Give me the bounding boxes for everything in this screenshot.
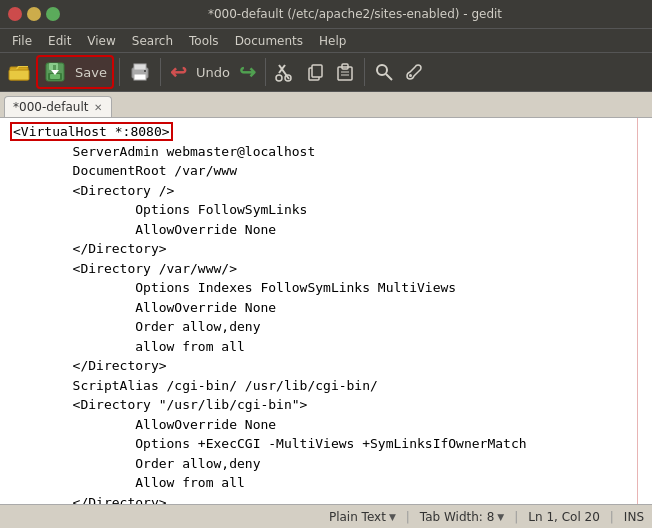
window-controls[interactable] (8, 7, 60, 21)
toolbar-separator-4 (364, 58, 365, 86)
editor-line-18: AllowOverride None (10, 415, 642, 435)
search-button[interactable] (370, 59, 398, 85)
redo-icon: ↪ (239, 60, 256, 84)
statusbar: Plain Text ▼ | Tab Width: 8 ▼ | Ln 1, Co… (0, 504, 652, 528)
svg-point-14 (276, 75, 282, 81)
editor-line-20: Order allow,deny (10, 454, 642, 474)
editor-line-5: <Directory /> (10, 181, 642, 201)
save-label: Save (72, 65, 110, 80)
editor-line-2: ServerAdmin webmaster@localhost (10, 142, 642, 162)
tools-icon (404, 62, 424, 82)
undo-icon: ↩ (170, 60, 187, 84)
tab-width-selector[interactable]: Tab Width: 8 ▼ (420, 510, 504, 524)
paste-button[interactable] (331, 59, 359, 85)
open-button[interactable] (4, 58, 34, 86)
tabbar: *000-default ✕ (0, 92, 652, 118)
editor-line-4: DocumentRoot /var/www (10, 161, 642, 181)
editor-line-7: AllowOverride None (10, 220, 642, 240)
editor-line-17: <Directory "/usr/lib/cgi-bin"> (10, 395, 642, 415)
save-button[interactable] (40, 58, 70, 86)
close-button[interactable] (8, 7, 22, 21)
language-selector[interactable]: Plain Text ▼ (329, 510, 396, 524)
editor-line-16: ScriptAlias /cgi-bin/ /usr/lib/cgi-bin/ (10, 376, 642, 396)
svg-rect-7 (53, 65, 56, 70)
undo-label: Undo (193, 65, 233, 80)
editor-line-13: allow from all (10, 337, 642, 357)
svg-rect-9 (134, 64, 146, 70)
editor-line-22: </Directory> (10, 493, 642, 505)
editor-line-14: </Directory> (10, 356, 642, 376)
editor-line-1: <VirtualHost *:8080> (10, 122, 642, 142)
menu-help[interactable]: Help (311, 32, 354, 50)
copy-icon (305, 62, 325, 82)
tab-label: *000-default (13, 100, 88, 114)
editor-line-6: Options FollowSymLinks (10, 200, 642, 220)
editor-line-19: Options +ExecCGI -MultiViews +SymLinksIf… (10, 434, 642, 454)
editor-line-8: </Directory> (10, 239, 642, 259)
menu-documents[interactable]: Documents (227, 32, 311, 50)
insert-mode: INS (624, 510, 644, 524)
svg-rect-11 (144, 70, 146, 72)
toolbar: Save ↩ Undo ↪ (0, 52, 652, 92)
maximize-button[interactable] (46, 7, 60, 21)
svg-point-24 (409, 74, 412, 77)
toolbar-separator-3 (265, 58, 266, 86)
toolbar-separator-2 (160, 58, 161, 86)
menu-file[interactable]: File (4, 32, 40, 50)
tab-width-label: Tab Width: 8 (420, 510, 494, 524)
tab-000-default[interactable]: *000-default ✕ (4, 96, 112, 117)
first-line-highlight: <VirtualHost *:8080> (10, 122, 173, 141)
save-group: Save (36, 55, 114, 89)
window-title: *000-default (/etc/apache2/sites-enabled… (66, 7, 644, 21)
editor-line-21: Allow from all (10, 473, 642, 493)
menu-tools[interactable]: Tools (181, 32, 227, 50)
paste-icon (335, 62, 355, 82)
toolbar-separator-1 (119, 58, 120, 86)
cut-icon (275, 62, 295, 82)
redo-button[interactable]: ↪ (235, 57, 260, 87)
open-icon (8, 61, 30, 83)
editor-line-10: Options Indexes FollowSymLinks MultiView… (10, 278, 642, 298)
minimize-button[interactable] (27, 7, 41, 21)
tab-close-button[interactable]: ✕ (93, 102, 103, 113)
tools-button[interactable] (400, 59, 428, 85)
editor-line-11: AllowOverride None (10, 298, 642, 318)
editor-area[interactable]: <VirtualHost *:8080> ServerAdmin webmast… (0, 118, 652, 504)
language-label: Plain Text (329, 510, 386, 524)
svg-rect-1 (9, 70, 29, 80)
svg-point-22 (377, 65, 387, 75)
menu-view[interactable]: View (79, 32, 123, 50)
status-divider-1: | (406, 510, 410, 524)
menu-search[interactable]: Search (124, 32, 181, 50)
svg-rect-17 (312, 65, 322, 77)
print-button[interactable] (125, 58, 155, 86)
editor-line-9: <Directory /var/www/> (10, 259, 642, 279)
copy-button[interactable] (301, 59, 329, 85)
undo-button[interactable]: ↩ (166, 57, 191, 87)
status-divider-2: | (514, 510, 518, 524)
language-dropdown-icon: ▼ (389, 512, 396, 522)
svg-line-23 (386, 74, 392, 80)
search-icon (374, 62, 394, 82)
tab-width-dropdown-icon: ▼ (497, 512, 504, 522)
cut-button[interactable] (271, 59, 299, 85)
status-divider-3: | (610, 510, 614, 524)
menu-edit[interactable]: Edit (40, 32, 79, 50)
editor-line-12: Order allow,deny (10, 317, 642, 337)
cursor-position: Ln 1, Col 20 (528, 510, 600, 524)
print-icon (129, 61, 151, 83)
editor-content: <VirtualHost *:8080> ServerAdmin webmast… (0, 122, 652, 504)
svg-rect-10 (134, 74, 146, 80)
titlebar: *000-default (/etc/apache2/sites-enabled… (0, 0, 652, 28)
save-icon (44, 61, 66, 83)
menubar: File Edit View Search Tools Documents He… (0, 28, 652, 52)
